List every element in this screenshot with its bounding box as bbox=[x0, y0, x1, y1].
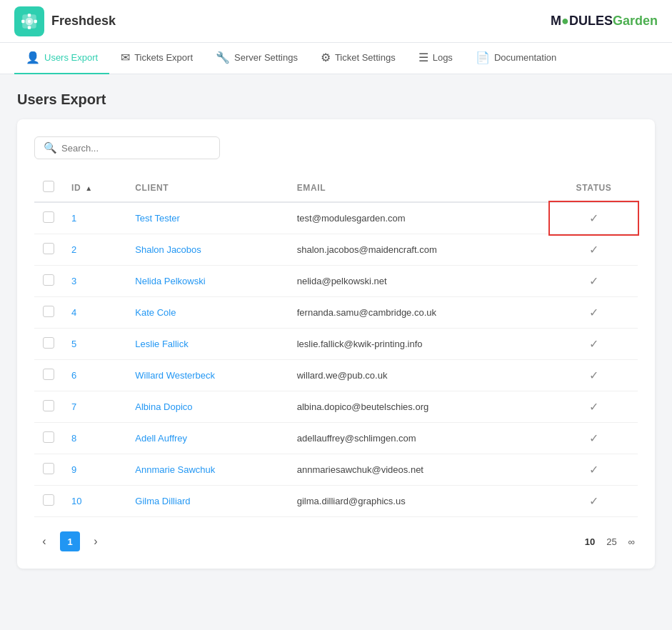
row-id-link[interactable]: 6 bbox=[71, 370, 76, 381]
row-checkbox-cell bbox=[34, 454, 63, 486]
row-client-link[interactable]: Willard Westerbeck bbox=[135, 370, 215, 381]
nav-label-server-settings: Server Settings bbox=[234, 52, 298, 63]
row-checkbox[interactable] bbox=[43, 306, 54, 317]
row-client-cell: Test Tester bbox=[126, 202, 288, 234]
row-checkbox-cell bbox=[34, 329, 63, 360]
row-id-link[interactable]: 4 bbox=[71, 307, 76, 318]
row-status-cell: ✓ bbox=[550, 266, 638, 297]
row-email-cell: albina.dopico@beutelschies.org bbox=[289, 391, 550, 423]
logo-icon bbox=[14, 6, 44, 36]
row-client-cell: Gilma Dilliard bbox=[126, 486, 288, 517]
row-checkbox[interactable] bbox=[43, 494, 54, 506]
row-status-cell: ✓ bbox=[550, 234, 638, 266]
row-id-cell: 3 bbox=[63, 266, 126, 297]
row-client-link[interactable]: Annmarie Sawchuk bbox=[135, 464, 215, 475]
row-status-cell: ✓ bbox=[550, 297, 638, 329]
table-row: 7 Albina Dopico albina.dopico@beutelschi… bbox=[34, 391, 638, 423]
infinity-symbol: ∞ bbox=[626, 535, 638, 549]
brand-modules: M●DULES bbox=[551, 14, 613, 28]
row-email-cell: leslie.fallick@kwik-printing.info bbox=[289, 329, 550, 360]
svg-rect-6 bbox=[34, 19, 37, 22]
svg-point-2 bbox=[28, 19, 31, 22]
nav-item-server-settings[interactable]: 🔧 Server Settings bbox=[204, 43, 309, 74]
row-status-cell: ✓ bbox=[550, 329, 638, 360]
nav-item-users-export[interactable]: 👤 Users Export bbox=[14, 43, 109, 74]
row-client-cell: Shalon Jacobos bbox=[126, 234, 288, 266]
row-id-link[interactable]: 2 bbox=[71, 244, 76, 255]
row-client-cell: Adell Auffrey bbox=[126, 423, 288, 454]
row-checkbox[interactable] bbox=[43, 274, 54, 286]
row-checkbox[interactable] bbox=[43, 243, 54, 254]
row-email-cell: test@modulesgarden.com bbox=[289, 202, 550, 234]
row-client-cell: Kate Cole bbox=[126, 297, 288, 329]
row-id-link[interactable]: 9 bbox=[71, 464, 76, 475]
table-header-row: ID ▲ CLIENT EMAIL STATUS bbox=[34, 174, 638, 202]
row-id-cell: 6 bbox=[63, 360, 126, 391]
row-id-link[interactable]: 8 bbox=[71, 433, 76, 444]
row-client-cell: Annmarie Sawchuk bbox=[126, 454, 288, 486]
row-checkbox[interactable] bbox=[43, 431, 54, 443]
select-all-checkbox[interactable] bbox=[43, 181, 54, 192]
row-client-link[interactable]: Shalon Jacobos bbox=[135, 244, 201, 255]
status-check-icon: ✓ bbox=[558, 463, 629, 476]
row-id-link[interactable]: 3 bbox=[71, 276, 76, 286]
header-client: CLIENT bbox=[126, 174, 288, 202]
row-client-link[interactable]: Kate Cole bbox=[135, 307, 176, 318]
status-check-icon: ✓ bbox=[558, 211, 629, 225]
row-id-link[interactable]: 10 bbox=[71, 496, 81, 506]
nav-label-logs: Logs bbox=[433, 52, 453, 63]
table-row: 8 Adell Auffrey adellauffrey@schlimgen.c… bbox=[34, 423, 638, 454]
row-checkbox[interactable] bbox=[43, 463, 54, 474]
nav-item-logs[interactable]: ☰ Logs bbox=[407, 43, 464, 74]
row-id-cell: 4 bbox=[63, 297, 126, 329]
nav-item-tickets-export[interactable]: ✉ Tickets Export bbox=[109, 43, 204, 74]
table-row: 6 Willard Westerbeck willard.we@pub.co.u… bbox=[34, 360, 638, 391]
header-email: EMAIL bbox=[289, 174, 550, 202]
wrench-icon: 🔧 bbox=[216, 51, 230, 64]
row-id-link[interactable]: 7 bbox=[71, 401, 76, 412]
row-client-cell: Leslie Fallick bbox=[126, 329, 288, 360]
prev-page-button[interactable]: ‹ bbox=[34, 531, 54, 551]
row-checkbox-cell bbox=[34, 234, 63, 266]
row-client-link[interactable]: Albina Dopico bbox=[135, 401, 192, 412]
row-client-link[interactable]: Gilma Dilliard bbox=[135, 496, 190, 506]
row-id-link[interactable]: 1 bbox=[71, 213, 76, 224]
table-row: 9 Annmarie Sawchuk annmariesawchuk@video… bbox=[34, 454, 638, 486]
current-page: 1 bbox=[60, 531, 80, 551]
table-row: 5 Leslie Fallick leslie.fallick@kwik-pri… bbox=[34, 329, 638, 360]
nav-item-documentation[interactable]: 📄 Documentation bbox=[464, 43, 568, 74]
status-check-icon: ✓ bbox=[558, 274, 629, 288]
logo-svg bbox=[20, 12, 39, 31]
nav-item-ticket-settings[interactable]: ⚙ Ticket Settings bbox=[309, 43, 407, 74]
row-id-link[interactable]: 5 bbox=[71, 339, 76, 349]
mail-icon: ✉ bbox=[121, 51, 130, 64]
nav-label-documentation: Documentation bbox=[494, 52, 556, 63]
row-client-link[interactable]: Leslie Fallick bbox=[135, 339, 188, 349]
row-client-link[interactable]: Test Tester bbox=[135, 213, 180, 224]
row-client-link[interactable]: Nelida Pelkowski bbox=[135, 276, 205, 286]
table-row: 2 Shalon Jacobos shalon.jacobos@maidencr… bbox=[34, 234, 638, 266]
row-id-cell: 2 bbox=[63, 234, 126, 266]
row-checkbox[interactable] bbox=[43, 369, 54, 380]
status-check-icon: ✓ bbox=[558, 243, 629, 256]
row-checkbox-cell bbox=[34, 423, 63, 454]
nav-label-users-export: Users Export bbox=[44, 52, 98, 63]
search-icon: 🔍 bbox=[44, 141, 57, 154]
row-checkbox-cell bbox=[34, 202, 63, 234]
row-checkbox[interactable] bbox=[43, 211, 54, 223]
row-checkbox[interactable] bbox=[43, 400, 54, 411]
row-checkbox-cell bbox=[34, 360, 63, 391]
status-check-icon: ✓ bbox=[558, 400, 629, 414]
row-client-link[interactable]: Adell Auffrey bbox=[135, 433, 187, 444]
row-checkbox-cell bbox=[34, 486, 63, 517]
table-body: 1 Test Tester test@modulesgarden.com ✓ 2… bbox=[34, 202, 638, 517]
row-client-cell: Willard Westerbeck bbox=[126, 360, 288, 391]
row-id-cell: 7 bbox=[63, 391, 126, 423]
table-row: 4 Kate Cole fernanda.samu@cambridge.co.u… bbox=[34, 297, 638, 329]
doc-icon: 📄 bbox=[476, 51, 490, 64]
content-card: 🔍 ID ▲ CLIENT EMAIL STATUS bbox=[17, 119, 655, 569]
pagination: ‹ 1 › 10 25 ∞ bbox=[34, 531, 638, 551]
search-input[interactable] bbox=[61, 143, 211, 154]
next-page-button[interactable]: › bbox=[86, 531, 106, 551]
row-checkbox[interactable] bbox=[43, 337, 54, 349]
